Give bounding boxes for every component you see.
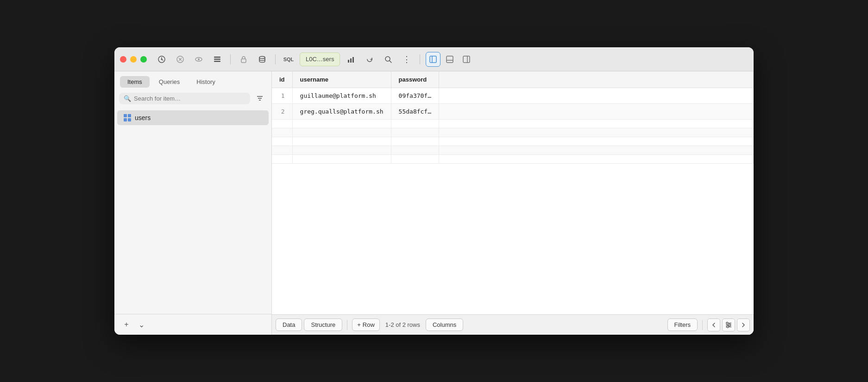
cell-id-2: 2 [272,104,292,120]
header-row: id username password [272,71,754,88]
svg-rect-8 [214,58,220,60]
empty-cell [272,146,292,155]
svg-rect-9 [214,61,220,62]
add-item-button[interactable]: + [120,318,133,331]
eye-icon[interactable] [191,52,206,67]
data-panel: id username password 1 guillaume@platfor… [272,71,754,335]
db-label-button[interactable]: L0C…sers [300,52,340,66]
data-table: id username password 1 guillaume@platfor… [272,71,754,314]
titlebar: SQL L0C…sers ⋮ [114,47,754,71]
cell-extra-2 [439,104,754,120]
adjust-icon[interactable] [722,318,735,331]
search-wrapper: 🔍 [119,93,250,104]
sidebar-footer: + ⌄ [114,314,271,335]
table-row[interactable]: 1 guillaume@platform.sh 09fa370f… [272,88,754,104]
col-password: password [391,71,439,88]
empty-cell [292,155,391,164]
lock-icon[interactable] [236,52,251,67]
svg-rect-7 [214,57,220,58]
col-extra [439,71,754,88]
separator-2 [275,54,276,64]
svg-rect-13 [350,58,352,63]
svg-rect-12 [348,60,349,63]
toolbar-separator-2 [702,320,703,330]
cell-password-1: 09fa370f… [391,88,439,104]
empty-cell [439,120,754,128]
add-row-plus: + [357,321,361,328]
svg-point-11 [259,56,265,58]
empty-row [272,128,754,137]
table-icon-cell [124,118,127,121]
table-header: id username password [272,71,754,88]
svg-rect-10 [241,59,246,63]
sidebar-right-view-button[interactable] [459,52,474,67]
previous-page-button[interactable] [707,318,720,331]
table-row[interactable]: 2 greg.qualls@platform.sh 55da8fcf… [272,104,754,120]
bottom-panel-view-button[interactable] [442,52,457,67]
empty-row [272,146,754,155]
separator-1 [230,54,231,64]
data-toolbar: Data Structure + Row 1-2 of 2 rows Colum… [272,314,754,335]
svg-point-30 [729,324,730,326]
cell-username-1: guillaume@platform.sh [292,88,391,104]
more-items-button[interactable]: ⌄ [135,318,148,331]
empty-row [272,155,754,164]
empty-cell [292,128,391,137]
empty-cell [391,146,439,155]
search-magnifier-icon: 🔍 [124,95,131,102]
sql-label: SQL [283,57,294,62]
col-username: username [292,71,391,88]
columns-button[interactable]: Columns [426,318,463,331]
svg-point-29 [726,322,728,324]
svg-rect-19 [447,56,453,63]
svg-line-16 [390,61,391,63]
toolbar-separator-1 [347,320,347,330]
empty-row [272,137,754,146]
table-icon [124,114,131,121]
tab-queries[interactable]: Queries [151,76,188,88]
empty-cell [439,128,754,137]
close-button[interactable] [120,56,126,63]
sidebar-tabs: Items Queries History [114,71,271,91]
table-icon-cell [128,118,131,121]
svg-rect-21 [463,56,470,63]
empty-cell [292,120,391,128]
search-input[interactable] [134,95,245,102]
add-row-button[interactable]: + Row [352,318,380,331]
refresh-icon[interactable] [362,52,377,67]
sql-button[interactable]: SQL [281,52,296,67]
cell-id-1: 1 [272,88,292,104]
data-tab-button[interactable]: Data [276,318,302,331]
chart-icon[interactable] [344,52,359,67]
stop-icon[interactable] [173,52,188,67]
connection-icon[interactable] [154,52,169,67]
structure-tab-button[interactable]: Structure [304,318,342,331]
schema-icon[interactable] [210,52,225,67]
cell-password-2: 55da8fcf… [391,104,439,120]
svg-point-1 [161,58,163,60]
database-icon[interactable] [255,52,270,67]
minimize-button[interactable] [130,56,137,63]
more-options-icon[interactable]: ⋮ [399,52,414,67]
empty-cell [439,146,754,155]
empty-cell [272,128,292,137]
cell-extra-1 [439,88,754,104]
empty-cell [272,155,292,164]
tab-history[interactable]: History [189,76,222,88]
filters-button[interactable]: Filters [667,318,698,331]
sidebar-search-bar: 🔍 [119,91,267,105]
empty-cell [439,155,754,164]
maximize-button[interactable] [140,56,147,63]
filter-icon[interactable] [253,91,267,105]
empty-cell [439,137,754,146]
tab-items[interactable]: Items [120,76,150,88]
search-icon[interactable] [381,52,396,67]
sidebar-left-view-button[interactable] [426,52,440,67]
empty-cell [292,146,391,155]
sidebar-items-list: users [114,109,271,314]
db-label-text: L0C…sers [306,56,334,63]
empty-cell [272,120,292,128]
next-page-button[interactable] [737,318,750,331]
empty-cell [272,137,292,146]
sidebar-item-users[interactable]: users [117,110,269,125]
